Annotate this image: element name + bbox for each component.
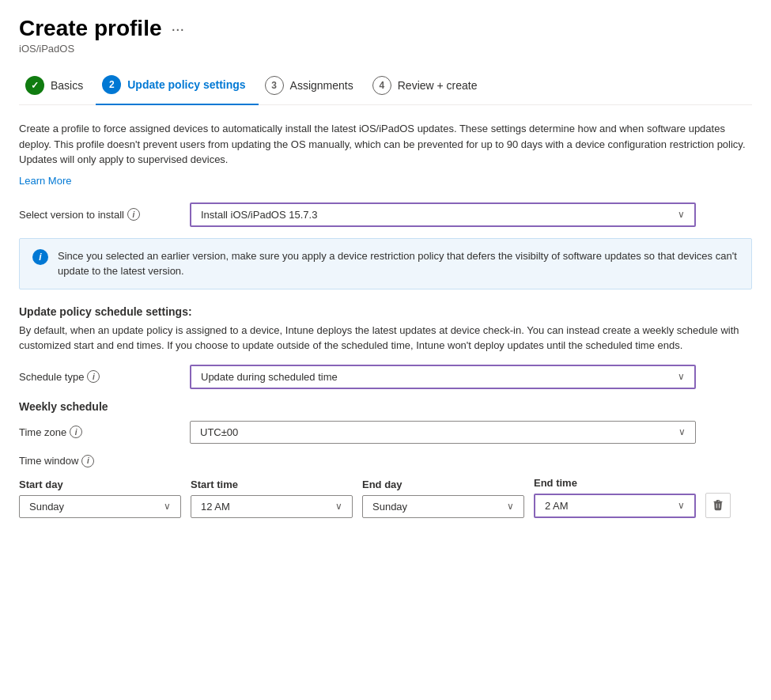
step-label-assignments: Assignments (290, 79, 353, 92)
schedule-type-dropdown[interactable]: Update during scheduled time ∨ (190, 365, 696, 389)
wizard-step-update-policy[interactable]: 2 Update policy settings (96, 67, 258, 105)
schedule-type-dropdown-chevron: ∨ (678, 371, 685, 382)
schedule-type-dropdown-value: Update during scheduled time (201, 371, 338, 383)
time-window-label: Time window (19, 455, 78, 467)
step-label-review: Review + create (398, 79, 478, 92)
schedule-type-info-icon: i (87, 370, 100, 383)
schedule-section-desc: By default, when an update policy is ass… (19, 323, 752, 354)
page-title: Create profile (19, 16, 162, 41)
schedule-type-form-row: Schedule type i Update during scheduled … (19, 365, 752, 389)
version-dropdown[interactable]: Install iOS/iPadOS 15.7.3 ∨ (190, 202, 696, 227)
page-subtitle: iOS/iPadOS (19, 43, 752, 55)
time-zone-dropdown-chevron: ∨ (678, 426, 686, 437)
schedule-type-label: Schedule type i (19, 370, 177, 383)
start-time-header: Start time (191, 479, 353, 490)
start-day-chevron: ∨ (164, 501, 171, 512)
info-banner: i Since you selected an earlier version,… (19, 238, 752, 289)
version-info-icon: i (127, 208, 140, 221)
end-day-value: Sunday (372, 501, 407, 513)
end-day-header: End day (362, 479, 524, 490)
time-zone-info-icon: i (70, 426, 82, 438)
end-time-chevron: ∨ (678, 500, 685, 511)
time-zone-form-row: Time zone i UTC±00 ∨ (19, 421, 752, 444)
wizard-nav: ✓ Basics 2 Update policy settings 3 Assi… (19, 67, 752, 105)
time-window-info-icon: i (81, 455, 94, 467)
version-label: Select version to install i (19, 208, 177, 221)
learn-more-link[interactable]: Learn More (19, 175, 71, 187)
wizard-step-assignments[interactable]: 3 Assignments (259, 68, 366, 104)
info-banner-text: Since you selected an earlier version, m… (58, 248, 739, 279)
end-time-header: End time (534, 477, 696, 489)
end-time-col: End time 2 AM ∨ (534, 477, 696, 518)
schedule-section-header: Update policy schedule settings: (19, 305, 752, 318)
time-zone-label: Time zone i (19, 426, 177, 438)
step-circle-update-policy: 2 (102, 75, 121, 94)
version-dropdown-chevron: ∨ (678, 209, 685, 220)
start-time-dropdown[interactable]: 12 AM ∨ (191, 495, 353, 518)
delete-col (705, 493, 731, 518)
step-label-basics: Basics (51, 79, 83, 92)
step-circle-basics: ✓ (25, 76, 44, 95)
start-day-col: Start day Sunday ∨ (19, 479, 181, 518)
description-text: Create a profile to force assigned devic… (19, 121, 752, 168)
step-circle-review: 4 (372, 76, 391, 95)
start-time-value: 12 AM (201, 501, 230, 513)
end-day-chevron: ∨ (507, 501, 514, 512)
start-day-dropdown[interactable]: Sunday ∨ (19, 495, 181, 518)
delete-icon (712, 500, 724, 511)
end-time-dropdown[interactable]: 2 AM ∨ (534, 494, 696, 518)
info-banner-icon: i (32, 249, 48, 265)
time-window-grid: Start day Sunday ∨ Start time 12 AM ∨ En… (19, 477, 731, 518)
wizard-step-review[interactable]: 4 Review + create (366, 68, 490, 104)
end-time-value: 2 AM (545, 500, 569, 512)
start-day-value: Sunday (29, 501, 64, 513)
start-time-chevron: ∨ (335, 501, 342, 512)
end-day-col: End day Sunday ∨ (362, 479, 524, 518)
step-circle-assignments: 3 (265, 76, 284, 95)
ellipsis-menu-button[interactable]: ··· (168, 18, 188, 40)
wizard-step-basics[interactable]: ✓ Basics (19, 68, 96, 104)
delete-row-button[interactable] (705, 493, 731, 518)
step-label-update-policy: Update policy settings (127, 78, 245, 91)
end-day-dropdown[interactable]: Sunday ∨ (362, 495, 524, 518)
version-dropdown-value: Install iOS/iPadOS 15.7.3 (201, 209, 317, 221)
time-zone-dropdown-value: UTC±00 (200, 426, 238, 438)
start-day-header: Start day (19, 479, 181, 490)
start-time-col: Start time 12 AM ∨ (191, 479, 353, 518)
time-zone-dropdown[interactable]: UTC±00 ∨ (190, 421, 696, 444)
version-form-row: Select version to install i Install iOS/… (19, 202, 752, 227)
weekly-schedule-header: Weekly schedule (19, 400, 752, 413)
